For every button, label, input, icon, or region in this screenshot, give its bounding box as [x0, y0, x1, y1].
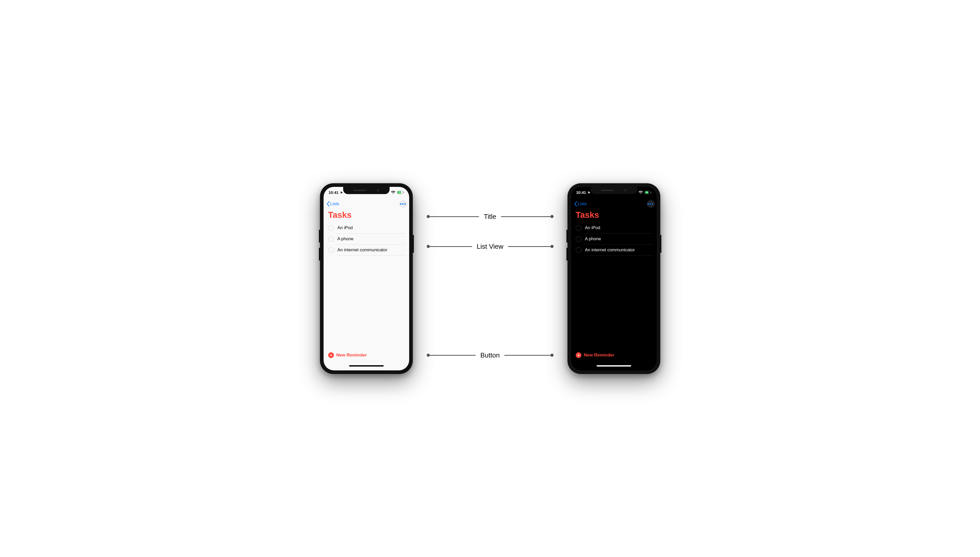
status-right-group [638, 191, 652, 194]
wifi-icon [391, 191, 396, 194]
location-icon: ➤ [339, 190, 343, 195]
screen: 10:41 ➤ Lists ••• [324, 187, 409, 370]
phone-dark-mode: 10:41 ➤ Lists ••• [567, 183, 660, 374]
list-item[interactable]: An internet communicator [336, 244, 406, 256]
status-time-group: 10:41 ➤ [329, 190, 343, 195]
chevron-left-icon [574, 201, 577, 207]
list-item[interactable]: An iPod [324, 222, 409, 233]
new-reminder-button[interactable]: New Reminder [336, 353, 367, 358]
list-item[interactable]: A phone [336, 233, 406, 244]
plus-circle-icon[interactable]: ＋ [328, 352, 334, 358]
home-indicator[interactable] [571, 362, 657, 370]
task-label: An iPod [338, 225, 353, 230]
annotation-list: List View [428, 243, 552, 251]
back-label: Lists [578, 201, 587, 207]
front-camera [377, 189, 379, 192]
annotation-label: Button [480, 351, 500, 359]
connector-line [508, 246, 552, 247]
checkbox-circle[interactable] [328, 225, 334, 231]
new-reminder-button[interactable]: New Reminder [584, 353, 615, 358]
task-label: An internet communicator [338, 248, 388, 252]
annotation-label: List View [477, 243, 504, 251]
list-item[interactable]: An internet communicator [584, 244, 653, 256]
nav-bar: Lists ••• [571, 198, 657, 210]
connector-line [428, 216, 479, 217]
checkbox-circle[interactable] [576, 225, 581, 231]
chevron-left-icon [327, 201, 330, 207]
task-label: A phone [338, 236, 354, 241]
plus-circle-icon[interactable]: ＋ [576, 352, 581, 358]
nav-bar: Lists ••• [324, 198, 409, 210]
annotation-title: Title [428, 213, 552, 221]
back-button[interactable]: Lists [572, 200, 589, 207]
status-time: 10:41 [576, 190, 586, 195]
more-button[interactable]: ••• [400, 200, 407, 208]
home-indicator[interactable] [324, 362, 409, 370]
diagram-annotations: Title List View Button [428, 183, 552, 374]
bottom-toolbar: ＋ New Reminder [324, 349, 409, 362]
bottom-toolbar: ＋ New Reminder [571, 349, 657, 362]
task-label: A phone [585, 236, 601, 241]
speaker-grille [601, 190, 614, 191]
back-label: Lists [330, 201, 339, 207]
notch [343, 187, 390, 194]
location-icon: ➤ [587, 190, 591, 195]
list-item[interactable]: A phone [584, 233, 653, 244]
list-item[interactable]: An iPod [571, 222, 657, 233]
connector-line [501, 216, 552, 217]
front-camera [624, 189, 626, 192]
battery-icon [644, 191, 652, 194]
status-time: 10:41 [329, 190, 339, 195]
page-title: Tasks [324, 210, 409, 222]
annotation-button: Button [428, 351, 552, 359]
speaker-grille [354, 190, 366, 191]
checkbox-circle[interactable] [328, 236, 334, 242]
checkbox-circle[interactable] [328, 247, 334, 253]
status-time-group: 10:41 ➤ [576, 190, 590, 195]
svg-rect-5 [651, 192, 651, 193]
connector-line [428, 355, 476, 356]
phone-light-mode: 10:41 ➤ Lists ••• [320, 183, 413, 374]
annotation-label: Title [484, 213, 496, 221]
status-right-group [391, 191, 404, 194]
battery-icon [397, 191, 404, 194]
page-title: Tasks [571, 210, 657, 222]
svg-rect-2 [403, 192, 404, 193]
task-list[interactable]: An iPod A phone An internet communicator [571, 222, 657, 349]
task-list[interactable]: An iPod A phone An internet communicator [324, 222, 409, 349]
checkbox-circle[interactable] [576, 247, 581, 253]
notch [591, 187, 637, 194]
screen: 10:41 ➤ Lists ••• [571, 187, 657, 370]
connector-line [428, 246, 472, 247]
task-label: An iPod [585, 225, 600, 230]
more-button[interactable]: ••• [647, 200, 655, 208]
wifi-icon [638, 191, 643, 194]
connector-line [504, 355, 552, 356]
back-button[interactable]: Lists [325, 200, 341, 207]
checkbox-circle[interactable] [576, 236, 581, 242]
task-label: An internet communicator [585, 248, 635, 252]
